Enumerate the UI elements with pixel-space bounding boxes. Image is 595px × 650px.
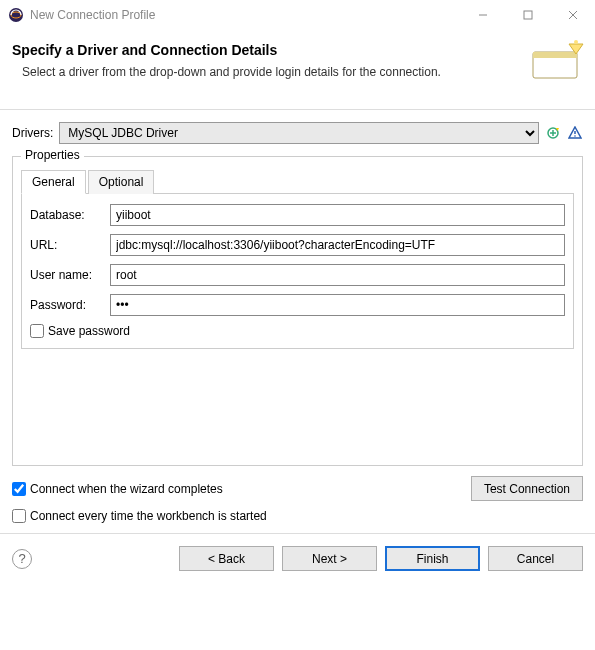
- username-label: User name:: [30, 268, 110, 282]
- svg-point-9: [574, 40, 578, 44]
- tab-general[interactable]: General: [21, 170, 86, 194]
- save-password-row: Save password: [30, 324, 565, 338]
- svg-point-16: [574, 135, 576, 137]
- database-row: Database:: [30, 204, 565, 226]
- save-password-checkbox[interactable]: [30, 324, 44, 338]
- next-button[interactable]: Next >: [282, 546, 377, 571]
- new-driver-icon[interactable]: [545, 125, 561, 141]
- help-icon[interactable]: ?: [12, 549, 32, 569]
- back-button[interactable]: < Back: [179, 546, 274, 571]
- url-input[interactable]: [110, 234, 565, 256]
- properties-fieldset: Properties General Optional Database: UR…: [12, 156, 583, 466]
- warning-icon[interactable]: [567, 125, 583, 141]
- lower-options: Connect when the wizard completes Test C…: [0, 472, 595, 527]
- wizard-content: Drivers: MySQL JDBC Driver Properties Ge…: [0, 110, 595, 472]
- username-input[interactable]: [110, 264, 565, 286]
- connect-on-startup-label: Connect every time the workbench is star…: [30, 509, 267, 523]
- password-row: Password:: [30, 294, 565, 316]
- tab-optional[interactable]: Optional: [88, 170, 155, 194]
- drivers-row: Drivers: MySQL JDBC Driver: [12, 122, 583, 144]
- password-input[interactable]: [110, 294, 565, 316]
- test-connection-button[interactable]: Test Connection: [471, 476, 583, 501]
- connect-on-finish-row: Connect when the wizard completes: [12, 482, 223, 496]
- window-controls: [460, 0, 595, 30]
- tab-panel-general: Database: URL: User name: Password: Save…: [21, 194, 574, 349]
- username-row: User name:: [30, 264, 565, 286]
- drivers-label: Drivers:: [12, 126, 53, 140]
- page-title: Specify a Driver and Connection Details: [12, 42, 581, 58]
- properties-tabs: General Optional: [21, 169, 574, 194]
- connect-on-startup-row: Connect every time the workbench is star…: [12, 509, 267, 523]
- database-input[interactable]: [110, 204, 565, 226]
- wizard-button-bar: ? < Back Next > Finish Cancel: [0, 533, 595, 583]
- database-label: Database:: [30, 208, 110, 222]
- properties-legend: Properties: [21, 148, 84, 162]
- connection-banner-icon: [527, 38, 587, 86]
- minimize-button[interactable]: [460, 0, 505, 30]
- connect-on-finish-checkbox[interactable]: [12, 482, 26, 496]
- title-bar: New Connection Profile: [0, 0, 595, 30]
- maximize-button[interactable]: [505, 0, 550, 30]
- cancel-button[interactable]: Cancel: [488, 546, 583, 571]
- eclipse-icon: [8, 7, 24, 23]
- connect-on-finish-label: Connect when the wizard completes: [30, 482, 223, 496]
- connect-on-startup-checkbox[interactable]: [12, 509, 26, 523]
- finish-button[interactable]: Finish: [385, 546, 480, 571]
- drivers-select[interactable]: MySQL JDBC Driver: [59, 122, 539, 144]
- save-password-label: Save password: [48, 324, 130, 338]
- svg-rect-3: [524, 11, 532, 19]
- window-title: New Connection Profile: [30, 8, 460, 22]
- url-label: URL:: [30, 238, 110, 252]
- svg-rect-7: [533, 52, 577, 58]
- url-row: URL:: [30, 234, 565, 256]
- page-subtitle: Select a driver from the drop-down and p…: [12, 64, 472, 81]
- close-button[interactable]: [550, 0, 595, 30]
- wizard-header: Specify a Driver and Connection Details …: [0, 30, 595, 110]
- password-label: Password:: [30, 298, 110, 312]
